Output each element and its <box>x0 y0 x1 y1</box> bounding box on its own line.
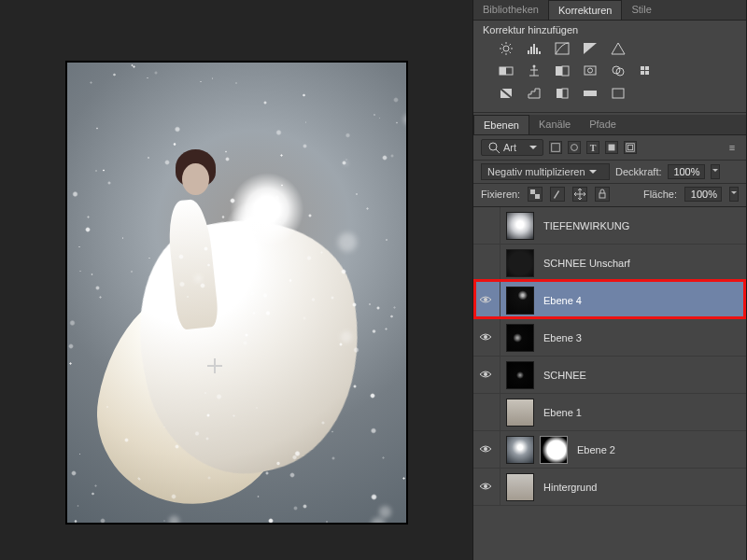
posterize-icon[interactable] <box>526 86 543 101</box>
layer-thumbnail[interactable] <box>506 249 534 277</box>
layer-row[interactable]: Ebene 4 <box>473 282 746 319</box>
visibility-toggle[interactable] <box>477 370 494 381</box>
layer-thumbnail[interactable] <box>506 287 534 315</box>
tab-korrekturen[interactable]: Korrekturen <box>548 0 622 20</box>
svg-rect-13 <box>539 51 541 54</box>
layer-name[interactable]: Hintergrund <box>543 482 735 493</box>
svg-point-47 <box>484 447 487 451</box>
svg-rect-36 <box>552 144 560 152</box>
brightness-icon[interactable] <box>498 41 514 56</box>
layer-list[interactable]: TIEFENWIRKUNGSCHNEE UnscharfEbene 4Ebene… <box>473 207 746 560</box>
invert-icon[interactable] <box>498 86 514 101</box>
layer-mask-thumbnail[interactable] <box>540 436 568 464</box>
svg-point-0 <box>503 46 509 51</box>
opacity-stepper[interactable] <box>711 164 720 179</box>
filter-adjust-icon[interactable] <box>568 141 581 154</box>
tab-kanäle[interactable]: Kanäle <box>529 115 580 134</box>
filter-pixel-icon[interactable] <box>549 141 562 154</box>
layer-name[interactable]: SCHNEE Unscharf <box>543 258 740 269</box>
blend-mode-dropdown[interactable]: Negativ multiplizieren <box>481 163 610 180</box>
tab-ebenen[interactable]: Ebenen <box>473 115 529 134</box>
hue-sat-icon[interactable] <box>498 63 514 78</box>
svg-rect-9 <box>528 50 529 54</box>
adjustments-tabbar: BibliothekenKorrekturenStile <box>473 0 746 21</box>
tab-bibliotheken[interactable]: Bibliotheken <box>473 0 548 20</box>
color-balance-icon[interactable] <box>526 63 543 78</box>
channel-mixer-icon[interactable] <box>610 63 627 78</box>
visibility-toggle[interactable] <box>477 332 494 343</box>
layer-thumbnail[interactable] <box>506 399 534 427</box>
svg-rect-17 <box>500 67 506 75</box>
layer-row[interactable]: Ebene 2 <box>473 431 746 469</box>
svg-rect-43 <box>599 193 605 198</box>
layer-search-mode: Art <box>503 142 516 153</box>
visibility-toggle[interactable] <box>477 295 494 306</box>
svg-line-35 <box>496 149 500 153</box>
layer-thumbnail[interactable] <box>506 436 534 464</box>
lock-transparent-icon[interactable] <box>528 187 543 202</box>
layer-row[interactable]: SCHNEE <box>473 357 746 394</box>
photo-filter-icon[interactable] <box>582 63 599 78</box>
svg-rect-31 <box>562 89 568 98</box>
tab-pfade[interactable]: Pfade <box>580 115 626 134</box>
svg-point-34 <box>489 143 497 150</box>
svg-point-22 <box>588 68 593 73</box>
layer-name[interactable]: TIEFENWIRKUNG <box>543 220 740 231</box>
lock-position-icon[interactable] <box>572 187 587 202</box>
svg-line-6 <box>510 52 512 54</box>
color-lookup-icon[interactable] <box>638 63 655 78</box>
filter-shape-icon[interactable] <box>605 141 618 154</box>
lock-pixels-icon[interactable] <box>550 187 565 202</box>
layer-name[interactable]: Ebene 1 <box>543 407 740 418</box>
layer-thumbnail[interactable] <box>506 324 534 352</box>
exposure-icon[interactable] <box>582 41 599 56</box>
visibility-toggle[interactable] <box>477 482 494 493</box>
black-white-icon[interactable] <box>554 63 571 78</box>
vibrance-icon[interactable] <box>610 41 627 56</box>
filter-type-icon[interactable]: T <box>586 141 599 154</box>
svg-rect-20 <box>562 66 569 76</box>
layer-name[interactable]: Ebene 2 <box>577 444 740 455</box>
levels-icon[interactable] <box>526 41 543 56</box>
panel-menu-icon[interactable]: ≡ <box>726 141 739 154</box>
svg-point-18 <box>533 65 536 68</box>
layer-thumbnail[interactable] <box>506 473 534 501</box>
layer-name[interactable]: Ebene 4 <box>543 295 740 306</box>
layer-thumbnail[interactable] <box>506 361 534 389</box>
layer-row[interactable]: Ebene 3 <box>473 319 746 357</box>
right-panel: BibliothekenKorrekturenStile Korrektur h… <box>472 0 747 560</box>
threshold-icon[interactable] <box>554 86 571 101</box>
svg-rect-30 <box>557 89 562 98</box>
layer-row[interactable]: SCHNEE Unscharf <box>473 245 746 282</box>
filter-smart-icon[interactable] <box>624 141 637 154</box>
fill-value[interactable]: 100% <box>684 187 722 202</box>
document-canvas[interactable]: // placeholder so snow script can target… <box>66 62 407 524</box>
svg-rect-33 <box>613 89 624 98</box>
fill-label: Fläche: <box>643 189 677 200</box>
visibility-toggle[interactable] <box>477 444 494 455</box>
add-adjustment-label: Korrektur hinzufügen <box>473 21 746 39</box>
svg-rect-10 <box>530 47 532 54</box>
svg-point-37 <box>571 145 578 151</box>
svg-rect-12 <box>536 48 538 54</box>
svg-rect-26 <box>645 66 649 70</box>
layer-row[interactable]: Ebene 1 <box>473 394 746 431</box>
layer-thumbnail[interactable] <box>506 212 534 240</box>
lock-all-icon[interactable] <box>595 187 610 202</box>
selective-color-icon[interactable] <box>610 86 627 101</box>
svg-rect-14 <box>556 43 569 54</box>
fill-stepper[interactable] <box>729 187 739 202</box>
layer-name[interactable]: SCHNEE <box>543 370 740 381</box>
curves-icon[interactable] <box>554 41 571 56</box>
layers-tabbar: EbenenKanälePfade <box>473 115 746 135</box>
layer-search[interactable]: Art <box>481 139 543 156</box>
tab-stile[interactable]: Stile <box>622 0 660 20</box>
gradient-map-icon[interactable] <box>582 86 599 101</box>
layer-name[interactable]: Ebene 3 <box>543 332 740 343</box>
svg-rect-11 <box>533 44 535 54</box>
adjustment-icons-row3 <box>473 84 746 110</box>
layer-row[interactable]: TIEFENWIRKUNG <box>473 207 746 245</box>
layer-row[interactable]: Hintergrund <box>473 469 746 506</box>
opacity-value[interactable]: 100% <box>668 164 705 179</box>
canvas-area[interactable]: // placeholder so snow script can target… <box>0 0 472 560</box>
